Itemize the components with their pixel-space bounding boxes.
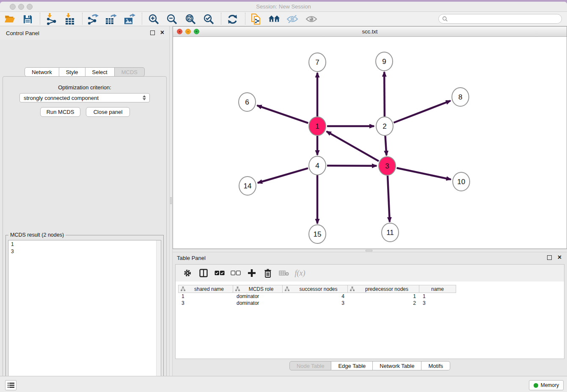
close-panel-icon[interactable]: ×: [160, 28, 164, 37]
optimization-criterion-label: Optimization criterion:: [3, 84, 166, 91]
tab-motifs[interactable]: Motifs: [421, 361, 450, 370]
refresh-button[interactable]: [226, 13, 238, 25]
column-header-label: MCDS role: [240, 286, 282, 292]
criterion-dropdown[interactable]: strongly connected component: [19, 93, 150, 102]
toolbar-separator: [221, 13, 221, 25]
table-cell[interactable]: 1: [178, 293, 233, 300]
network-graph[interactable]: 7968124314101511: [173, 37, 567, 248]
network-frame-title: scc.txt: [173, 28, 567, 35]
table-toolbar: f(x): [176, 265, 564, 282]
clone-network-button[interactable]: [250, 13, 262, 25]
sort-hierarchy-icon: [235, 287, 240, 291]
table-cell[interactable]: 3: [419, 300, 456, 306]
hide-selected-button[interactable]: [286, 13, 298, 25]
network-frame-titlebar[interactable]: × − + scc.txt: [173, 27, 567, 37]
save-icon: [23, 14, 33, 24]
task-history-button[interactable]: [5, 380, 17, 390]
save-session-button[interactable]: [22, 13, 33, 25]
table-panel-title: Table Panel: [177, 255, 206, 261]
table-row[interactable]: 3dominator323: [178, 300, 456, 306]
edge-3-10[interactable]: [397, 168, 451, 179]
table-panel-body: f(x) shared nameMCDS rolesuccessor nodes…: [175, 264, 564, 359]
export-table-button[interactable]: [105, 13, 117, 25]
column-header-predecessor-nodes[interactable]: predecessor nodes: [348, 285, 419, 293]
splitter-grip[interactable]: [170, 197, 172, 204]
criterion-dropdown-value: strongly connected component: [24, 95, 99, 101]
result-scrollbar[interactable]: [156, 240, 161, 392]
tab-select[interactable]: Select: [85, 67, 115, 77]
tab-edge-table[interactable]: Edge Table: [331, 361, 373, 370]
toolbar-separator: [40, 13, 40, 25]
table-row[interactable]: 1dominator411: [178, 293, 456, 300]
delete-table-button[interactable]: [279, 268, 289, 278]
zoom-fit-button[interactable]: [184, 13, 196, 25]
export-table-icon: [105, 13, 117, 25]
edge-1-6[interactable]: [257, 105, 308, 123]
float-panel-icon[interactable]: [150, 30, 155, 35]
tab-network[interactable]: Network: [25, 67, 59, 77]
toggle-panes-button[interactable]: [198, 268, 209, 278]
export-image-button[interactable]: [124, 13, 135, 25]
network-canvas[interactable]: 7968124314101511: [173, 37, 567, 248]
import-network-button[interactable]: [45, 13, 57, 25]
function-builder-button[interactable]: f(x): [295, 268, 305, 278]
select-all-button[interactable]: [215, 268, 225, 278]
table-panel: Table Panel ×: [173, 252, 567, 376]
search-field[interactable]: [438, 14, 562, 24]
column-header-name[interactable]: name: [419, 285, 456, 293]
toolbar-separator: [245, 13, 245, 25]
column-header-MCDS-role[interactable]: MCDS role: [233, 285, 283, 293]
vertical-splitter[interactable]: [169, 26, 173, 376]
search-input[interactable]: [449, 16, 561, 22]
table-cell[interactable]: 3: [283, 300, 348, 306]
trash-icon: [264, 269, 272, 278]
edge-2-8[interactable]: [394, 101, 450, 123]
close-panel-button[interactable]: Close panel: [86, 107, 130, 117]
edge-2-9[interactable]: [384, 72, 385, 116]
mcds-result-textarea[interactable]: 13: [8, 240, 161, 392]
tab-style[interactable]: Style: [59, 67, 85, 77]
tab-network-table[interactable]: Network Table: [373, 361, 421, 370]
open-session-button[interactable]: [4, 13, 16, 25]
add-column-button[interactable]: [247, 268, 257, 278]
splitter-grip[interactable]: [366, 250, 372, 251]
table-cell[interactable]: dominator: [233, 293, 283, 300]
tab-mcds[interactable]: MCDS: [115, 67, 145, 77]
checked-boxes-icon: [215, 271, 225, 276]
edge-2-3[interactable]: [385, 136, 386, 155]
table-cell[interactable]: 1: [419, 293, 456, 300]
horizontal-splitter[interactable]: [173, 249, 567, 252]
table-header-row: shared nameMCDS rolesuccessor nodesprede…: [178, 285, 456, 293]
column-header-successor-nodes[interactable]: successor nodes: [283, 285, 348, 293]
control-panel: Control Panel × NetworkStyleSelectMCDS O…: [0, 26, 169, 376]
show-all-button[interactable]: [306, 13, 317, 25]
table-cell[interactable]: 3: [178, 300, 233, 306]
node-table[interactable]: shared nameMCDS rolesuccessor nodesprede…: [178, 285, 456, 306]
edge-4-14[interactable]: [258, 168, 308, 183]
graph-node-label: 2: [383, 122, 386, 130]
deselect-all-button[interactable]: [231, 268, 241, 278]
table-cell[interactable]: 2: [348, 300, 419, 306]
table-cell[interactable]: dominator: [233, 300, 283, 306]
float-panel-icon[interactable]: [547, 255, 552, 260]
import-table-button[interactable]: [64, 13, 76, 25]
edge-3-1[interactable]: [327, 131, 379, 161]
zoom-selected-button[interactable]: [203, 13, 215, 25]
edge-3-11[interactable]: [388, 176, 390, 222]
zoom-in-button[interactable]: [148, 13, 160, 25]
zoom-out-button[interactable]: [166, 13, 178, 25]
run-mcds-button[interactable]: Run MCDS: [40, 107, 80, 117]
close-panel-icon[interactable]: ×: [558, 253, 561, 262]
tab-node-table[interactable]: Node Table: [289, 361, 332, 370]
column-header-shared-name[interactable]: shared name: [178, 285, 233, 293]
plus-icon: [248, 269, 256, 277]
delete-table-icon: [279, 270, 289, 276]
table-settings-button[interactable]: [182, 268, 193, 278]
delete-button[interactable]: [263, 268, 273, 278]
edge-4-3[interactable]: [327, 166, 377, 166]
table-cell[interactable]: 1: [348, 293, 419, 300]
first-neighbors-button[interactable]: [268, 13, 280, 25]
table-cell[interactable]: 4: [283, 293, 348, 300]
export-network-button[interactable]: [87, 13, 99, 25]
memory-button[interactable]: Memory: [529, 380, 564, 390]
